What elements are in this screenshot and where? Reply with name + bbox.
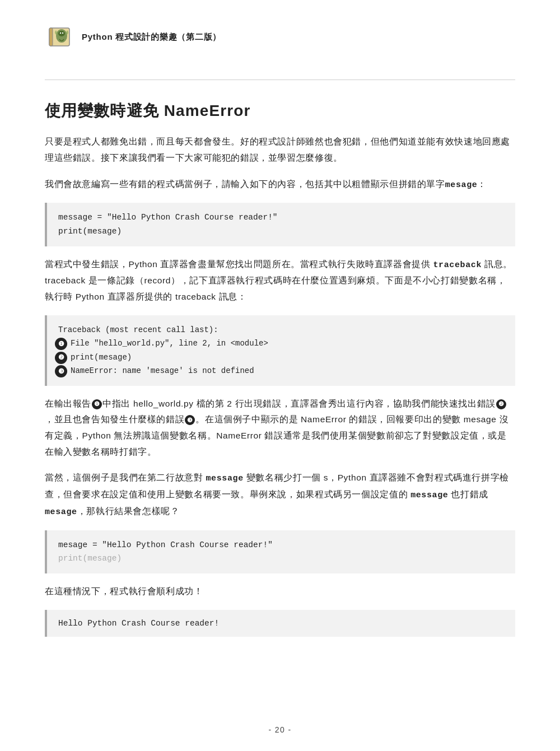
code1-line2: print(mesage)	[58, 227, 122, 236]
traceback-marker-2: ❷	[55, 352, 67, 364]
p4-text-before: 在輸出報告	[45, 399, 91, 408]
traceback-block: Traceback (most recent call last): ❶ Fil…	[45, 315, 515, 386]
p5-text-after: ，那執行結果會怎樣呢？	[77, 506, 180, 516]
code-block-1: message = "Hello Python Crash Course rea…	[45, 203, 515, 246]
svg-rect-1	[49, 28, 53, 46]
p5-code-mesage: mesage	[45, 507, 77, 517]
code2-line1: mesage = "Hello Python Crash Course read…	[58, 540, 273, 549]
p2-text-after: ：	[477, 179, 487, 189]
page-footer: - 20 -	[0, 725, 560, 734]
paragraph-2: 我們會故意編寫一些有錯的程式碼當例子，請輸入如下的內容，包括其中以粗體顯示但拼錯…	[45, 176, 515, 193]
p2-inline-code: mesage	[445, 180, 478, 190]
p4-text-mid2: ，並且也會告知發生什麼樣的錯誤	[45, 414, 184, 424]
traceback-line-0: Traceback (most recent call last):	[55, 323, 504, 337]
header-divider	[45, 80, 515, 80]
traceback-line-1: ❶ File "hello_world.py", line 2, in <mod…	[55, 337, 504, 351]
traceback-line-3: ❸ NameError: name 'mesage' is not define…	[55, 364, 504, 378]
code1-line1: message = "Hello Python Crash Course rea…	[58, 213, 278, 222]
paragraph-4: 在輸出報告❶中指出 hello_world.py 檔的第 2 行出現錯誤，直譯器…	[45, 396, 515, 460]
header-title: Python 程式設計的樂趣（第二版）	[82, 32, 221, 43]
p4-marker-3: ❸	[185, 415, 195, 425]
output-line: Hello Python Crash Course reader!	[58, 619, 219, 628]
svg-point-4	[60, 32, 61, 34]
traceback-marker-3: ❸	[55, 365, 67, 377]
svg-point-5	[62, 32, 63, 34]
paragraph-3: 當程式中發生錯誤，Python 直譯器會盡量幫您找出問題所在。當程式執行失敗時直…	[45, 256, 515, 305]
p4-marker-1: ❶	[92, 399, 102, 409]
paragraph-6: 在這種情況下，程式執行會順利成功！	[45, 584, 515, 600]
traceback-marker-1: ❶	[55, 338, 67, 350]
p5-code-message: message	[206, 474, 243, 483]
output-block: Hello Python Crash Course reader!	[45, 610, 515, 637]
p5-text-mid2: 也打錯成	[451, 489, 488, 499]
page-header: Python 程式設計的樂趣（第二版）	[45, 22, 515, 57]
code-block-2: mesage = "Hello Python Crash Course read…	[45, 530, 515, 573]
traceback-line-2: ❷ print(mesage)	[55, 351, 504, 365]
p3-text-before: 當程式中發生錯誤，Python 直譯器會盡量幫您找出問題所在。當程式執行失敗時直…	[45, 259, 430, 269]
p5-text-before: 當然，這個例子是我們在第二行故意對	[45, 473, 203, 482]
book-logo-icon	[45, 22, 74, 52]
page-container: Python 程式設計的樂趣（第二版） 使用變數時避免 NameError 只要…	[0, 0, 560, 751]
p4-text-mid1: 中指出 hello_world.py 檔的第 2 行出現錯誤，直譯器會秀出這行內…	[102, 399, 496, 408]
p3-traceback-code: traceback	[433, 260, 482, 270]
p2-text-before: 我們會故意編寫一些有錯的程式碼當例子，請輸入如下的內容，包括其中以粗體顯示但拼錯…	[45, 179, 445, 189]
svg-point-3	[58, 31, 65, 36]
page-number: - 20 -	[268, 725, 291, 734]
code2-line2: print(mesage)	[58, 554, 122, 563]
p4-marker-2: ❷	[496, 399, 506, 409]
p5-code-message2: message	[410, 491, 448, 500]
paragraph-1: 只要是程式人都難免出錯，而且每天都會發生。好的程式設計師雖然也會犯錯，但他們知道…	[45, 134, 515, 166]
section-heading: 使用變數時避免 NameError	[45, 100, 515, 122]
paragraph-5: 當然，這個例子是我們在第二行故意對 message 變數名稱少打一個 s，Pyt…	[45, 470, 515, 520]
